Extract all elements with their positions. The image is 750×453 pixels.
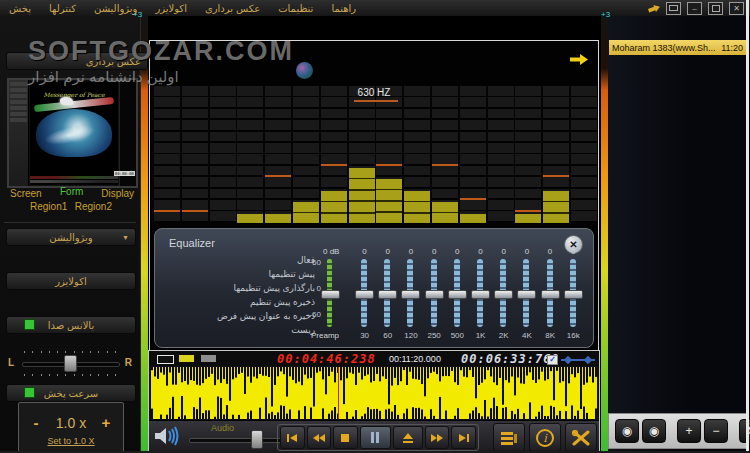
equalizer-option-3[interactable]: ذخیره پیش تنظیم xyxy=(165,295,315,309)
eq-band-30: 030 xyxy=(353,247,376,343)
eq-band-frequency: 120 xyxy=(399,331,422,340)
maximize-icon[interactable] xyxy=(708,2,723,15)
close-icon[interactable]: ✕ xyxy=(729,2,744,15)
spectrum-peak-mark xyxy=(182,210,208,212)
pin-arrow-icon[interactable] xyxy=(647,3,660,14)
eject-button[interactable] xyxy=(393,426,423,449)
spectrum-column xyxy=(154,86,180,223)
spectrum-column xyxy=(376,86,402,223)
menu-item-3[interactable]: اکولایزر xyxy=(146,3,196,14)
equalizer-toggle-button[interactable]: اکولایزر xyxy=(6,272,136,290)
equalizer-option-4[interactable]: ذخیره به عنوان پیش فرض xyxy=(165,309,315,323)
equalizer-bands: 03006001200250050001K02K04K08K016k xyxy=(353,247,585,343)
stop-button[interactable] xyxy=(333,426,358,449)
eq-band-handle[interactable] xyxy=(378,290,397,299)
menu-item-0[interactable]: پخش xyxy=(0,3,40,14)
eq-band-frequency: 4K xyxy=(515,331,538,340)
waveform-mode-gray-button[interactable] xyxy=(201,355,216,362)
snap-checkbox[interactable]: ✓ xyxy=(547,355,558,365)
preamp-label: Preamp xyxy=(311,331,339,340)
speed-indicator[interactable] xyxy=(24,387,35,398)
equalizer-option-0[interactable]: فعال xyxy=(165,253,315,267)
eq-band-value: 0 xyxy=(492,247,515,256)
eq-band-handle[interactable] xyxy=(425,290,444,299)
playlist-panel: Moharam 1383(www.Sh... 11:20 ◉◉+−↻⇄ xyxy=(608,16,748,453)
balance-slider[interactable]: L R xyxy=(8,349,132,379)
audio-slider-track[interactable] xyxy=(189,438,283,443)
playhead-cursor[interactable] xyxy=(338,367,339,419)
balance-indicator[interactable] xyxy=(24,319,35,330)
remove-button[interactable]: − xyxy=(704,419,728,443)
region-option-form[interactable]: Form xyxy=(60,186,83,197)
spectrum-column xyxy=(321,86,347,223)
info-icon: i xyxy=(536,429,554,447)
spectrum-peak-mark xyxy=(154,210,180,212)
menu-item-4[interactable]: عکس برداری xyxy=(196,3,269,14)
equalizer-panel: Equalizer ✕ فعالپیش تنظیمهابارگذاری پیش … xyxy=(154,228,594,348)
eq-band-handle[interactable] xyxy=(541,290,560,299)
eq-band-handle[interactable] xyxy=(448,290,467,299)
open-button[interactable]: ◉ xyxy=(615,419,639,443)
info-button[interactable]: i xyxy=(529,423,561,452)
region-option-screen[interactable]: Screen xyxy=(10,188,42,199)
visualization-button[interactable]: ویژوالیشن ▼ xyxy=(6,228,136,246)
skip-start-button[interactable] xyxy=(280,426,305,449)
equalizer-options: فعالپیش تنظیمهابارگذاری پیش تنظیمهاذخیره… xyxy=(165,253,315,337)
media-player-window: پخشکنترلهاویژوالیشناکولایزرعکس برداریتنظ… xyxy=(0,0,750,453)
equalizer-option-1[interactable]: پیش تنظیمها xyxy=(165,267,315,281)
eq-band-handle[interactable] xyxy=(401,290,420,299)
media-strip: 00:04:46:238 00:11:20.000 00:06:33:761 ✓ xyxy=(148,350,600,453)
menu-item-5[interactable]: تنظیمات xyxy=(269,3,322,14)
preview-earth xyxy=(36,109,112,157)
eq-band-handle[interactable] xyxy=(564,290,583,299)
total-timecode: 00:11:20.000 xyxy=(389,354,441,364)
forward-arrow-icon[interactable] xyxy=(570,51,588,62)
fast-forward-button[interactable] xyxy=(425,426,450,449)
eq-band-handle[interactable] xyxy=(471,290,490,299)
tools-button[interactable] xyxy=(565,423,597,452)
spectrum-peak-mark xyxy=(321,164,347,166)
preamp-handle[interactable] xyxy=(321,290,340,299)
svg-text:i: i xyxy=(543,432,548,445)
audio-slider-handle[interactable] xyxy=(251,430,263,449)
eq-band-handle[interactable] xyxy=(517,290,536,299)
spectrum-peak-mark xyxy=(432,164,458,166)
playlist-item-selected[interactable]: Moharam 1383(www.Sh... 11:20 xyxy=(609,40,746,55)
equalizer-option-5[interactable]: ریست xyxy=(165,323,315,337)
menu-item-6[interactable]: راهنما xyxy=(322,3,365,14)
spectrum-peak-mark xyxy=(376,164,402,166)
open-button-2[interactable]: ◉ xyxy=(642,419,666,443)
region-option-display[interactable]: Display xyxy=(101,188,134,199)
balance-left-label: L xyxy=(8,357,14,368)
window-right-edge xyxy=(746,0,749,453)
eq-band-handle[interactable] xyxy=(355,290,374,299)
chevron-down-icon: ▼ xyxy=(122,234,129,241)
minimize-icon[interactable]: – xyxy=(687,2,702,15)
speed-reset-link[interactable]: Set to 1.0 X xyxy=(19,436,123,446)
menu-item-1[interactable]: کنترلها xyxy=(40,3,85,14)
range-markers[interactable] xyxy=(561,359,595,361)
spectrum-column xyxy=(293,86,319,223)
speaker-icon[interactable] xyxy=(154,426,180,450)
waveform-mode-outline-button[interactable] xyxy=(157,355,174,364)
spectrum-analyzer: 630 HZ xyxy=(151,86,597,226)
playlist-item-title: Moharam 1383(www.Sh... xyxy=(612,43,716,53)
skip-end-button[interactable] xyxy=(451,426,476,449)
eq-band-handle[interactable] xyxy=(494,290,513,299)
tray-icon[interactable] xyxy=(666,2,681,15)
waveform-display[interactable] xyxy=(151,367,597,419)
balance-handle[interactable] xyxy=(64,355,77,372)
waveform-mode-yellow-button[interactable] xyxy=(179,355,194,362)
playlist-button[interactable] xyxy=(493,423,525,452)
add-button[interactable]: + xyxy=(677,419,701,443)
eq-band-frequency: 250 xyxy=(423,331,446,340)
pause-button[interactable] xyxy=(360,426,391,449)
rewind-button[interactable] xyxy=(307,426,332,449)
region-option-region2[interactable]: Region2 xyxy=(75,201,112,212)
eq-band-value: 0 xyxy=(399,247,422,256)
speed-increase-button[interactable]: + xyxy=(97,411,115,433)
balance-right-label: R xyxy=(125,357,132,368)
eq-band-8K: 08K xyxy=(539,247,562,343)
region-option-region1[interactable]: Region1 xyxy=(30,201,67,212)
equalizer-option-2[interactable]: بارگذاری پیش تنظیمها xyxy=(165,281,315,295)
